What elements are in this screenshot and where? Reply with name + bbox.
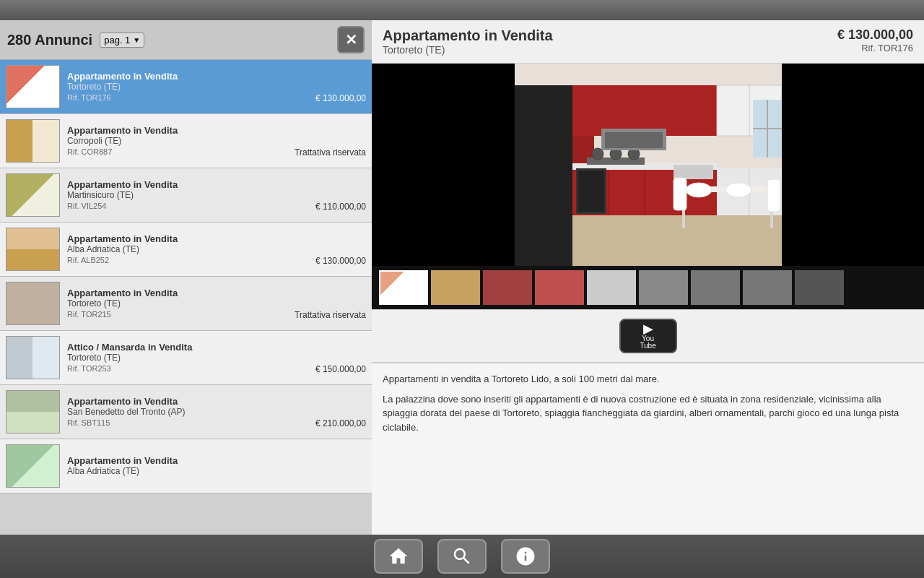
listing-thumbnail [6,119,60,163]
listing-location: Alba Adriatica (TE) [67,466,366,476]
listing-title: Appartamento in Vendita [67,71,366,82]
listing-bottom: Rif. TOR215 Trattativa riservata [67,310,366,320]
listing-location: San Benedetto del Tronto (AP) [67,407,366,417]
listing-ref: Rif. TOR253 [67,364,111,374]
listing-location: Martinsicuro (TE) [67,190,366,200]
listing-bottom: Rif. TOR253 € 150.000,00 [67,364,366,374]
listing-thumbnail [6,228,60,271]
listing-price: € 130.000,00 [315,256,366,266]
listing-ref: Rif. TOR176 [67,93,111,103]
listing-location: Alba Adriatica (TE) [67,244,366,254]
listing-location: Tortoreto (TE) [67,298,366,309]
svg-rect-33 [605,132,663,148]
listing-thumbnail [6,336,60,379]
svg-rect-4 [572,85,717,136]
info-button[interactable] [501,539,550,574]
listing-bottom: Rif. TOR176 € 130.000,00 [67,93,366,103]
listing-thumbnail [6,173,60,217]
listing-bottom: Rif. SBT115 € 210.000,00 [67,418,366,428]
listing-item[interactable]: Appartamento in Vendita Alba Adriatica (… [0,439,372,493]
detail-header-left: Appartamento in Vendita Tortoreto (TE) [383,27,553,56]
listing-bottom: Rif. COR887 Trattativa riservata [67,147,366,158]
listing-item[interactable]: Appartamento in Vendita Alba Adriatica (… [0,223,372,277]
home-button[interactable] [374,539,423,574]
svg-rect-27 [767,179,780,212]
description-area: Appartamenti in vendita a Tortoreto Lido… [372,363,924,535]
listing-list: Appartamento in Vendita Tortoreto (TE) R… [0,60,372,535]
listing-item[interactable]: Attico / Mansarda in Vendita Tortoreto (… [0,331,372,385]
listing-ref: Rif. VIL254 [67,202,106,212]
listing-thumbnail [6,390,60,434]
svg-rect-2 [515,85,572,266]
bottom-bar [0,535,924,578]
listing-item[interactable]: Appartamento in Vendita San Benedetto de… [0,385,372,439]
listing-price: € 110.000,00 [315,202,366,212]
listing-price: Trattativa riservata [295,310,366,320]
search-button[interactable] [437,539,487,574]
thumbnail-item[interactable] [535,270,584,305]
listing-item[interactable]: Appartamento in Vendita Tortoreto (TE) R… [0,60,372,114]
close-icon: ✕ [345,31,357,48]
youtube-section: ▶ You Tube [372,309,924,363]
description-line2: La palazzina dove sono inseriti gli appa… [383,392,913,435]
listing-item[interactable]: Appartamento in Vendita Martinsicuro (TE… [0,168,372,223]
listing-info: Appartamento in Vendita San Benedetto de… [67,396,366,428]
listing-item[interactable]: Appartamento in Vendita Corropoli (TE) R… [0,114,372,168]
thumbnail-item[interactable] [431,270,480,305]
detail-location: Tortoreto (TE) [383,44,553,56]
listing-info: Appartamento in Vendita Alba Adriatica (… [67,233,366,266]
listing-thumbnail [6,65,60,108]
listing-info: Appartamento in Vendita Tortoreto (TE) R… [67,71,366,103]
listing-price: € 130.000,00 [315,93,366,103]
listing-bottom: Rif. VIL254 € 110.000,00 [67,202,366,212]
listing-info: Appartamento in Vendita Martinsicuro (TE… [67,179,366,212]
youtube-tube-label: Tube [640,342,655,350]
thumbnail-item[interactable] [639,270,688,305]
thumbnail-item[interactable] [743,270,792,305]
main-image-area [372,64,924,266]
svg-point-25 [686,183,712,197]
listing-title: Appartamento in Vendita [67,125,366,136]
youtube-button[interactable]: ▶ You Tube [619,319,677,353]
thumbnail-item[interactable] [483,270,532,305]
description-line1: Appartamenti in vendita a Tortoreto Lido… [383,372,913,387]
listing-info: Appartamento in Vendita Tortoreto (TE) R… [67,288,366,320]
thumbnail-item[interactable] [587,270,636,305]
close-button[interactable]: ✕ [337,26,365,53]
listing-info: Appartamento in Vendita Corropoli (TE) R… [67,125,366,158]
main-container: 280 Annunci pag. 1 ▼ ✕ Appartamento in V… [0,20,924,535]
search-icon [451,545,473,567]
listing-location: Tortoreto (TE) [67,353,366,363]
detail-title: Appartamento in Vendita [383,27,553,44]
listing-title: Attico / Mansarda in Vendita [67,342,366,353]
listing-price: € 150.000,00 [315,364,366,374]
thumbnail-item[interactable] [379,270,428,305]
thumbnail-item[interactable] [795,270,844,305]
svg-rect-19 [674,165,713,179]
page-control[interactable]: pag. 1 ▼ [100,33,144,48]
left-header: 280 Annunci pag. 1 ▼ ✕ [0,20,372,60]
listing-thumbnail [6,282,60,325]
listing-title: Appartamento in Vendita [67,288,366,298]
listing-item[interactable]: Appartamento in Vendita Tortoreto (TE) R… [0,277,372,331]
listing-ref: Rif. COR887 [67,147,112,158]
top-bar [0,0,924,20]
annunci-count: 280 Annunci [7,32,92,48]
page-arrow[interactable]: ▼ [133,36,140,44]
thumbnail-item[interactable] [691,270,740,305]
home-icon [388,545,409,567]
listing-location: Tortoreto (TE) [67,82,366,92]
detail-ref: Rif. TOR176 [837,43,913,53]
listing-info: Appartamento in Vendita Alba Adriatica (… [67,455,366,478]
property-image [515,64,782,266]
left-panel: 280 Annunci pag. 1 ▼ ✕ Appartamento in V… [0,20,372,535]
youtube-icon: ▶ [643,322,653,335]
svg-rect-18 [578,171,604,212]
info-icon [515,545,536,567]
listing-title: Appartamento in Vendita [67,233,366,244]
listing-title: Appartamento in Vendita [67,455,366,466]
listing-info: Attico / Mansarda in Vendita Tortoreto (… [67,342,366,374]
detail-price: € 130.000,00 [837,27,913,43]
right-panel: Appartamento in Vendita Tortoreto (TE) €… [372,20,924,535]
listing-ref: Rif. TOR215 [67,310,111,320]
